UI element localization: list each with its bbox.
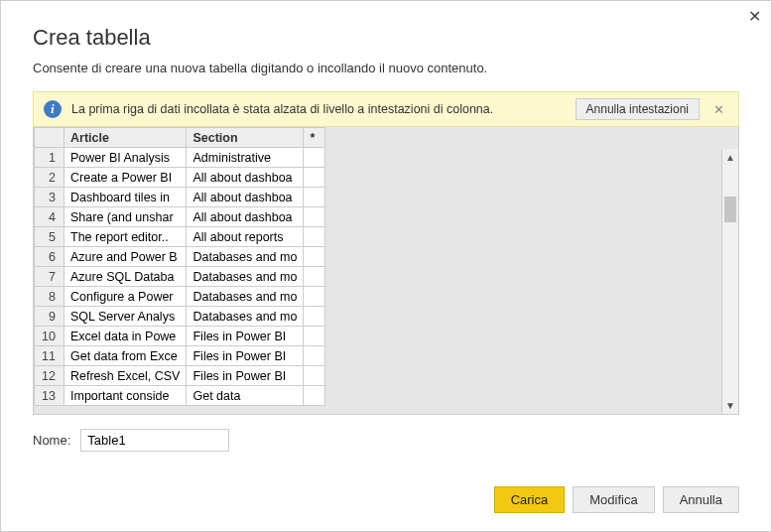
load-button[interactable]: Carica	[494, 486, 566, 513]
row-number: 6	[35, 247, 64, 267]
dialog-title: Crea tabella	[33, 25, 739, 51]
cell-section[interactable]: Databases and mo	[187, 267, 304, 287]
table-row[interactable]: 12Refresh Excel, CSVFiles in Power BI	[35, 366, 325, 386]
table-row[interactable]: 8Configure a PowerDatabases and mo	[35, 287, 325, 307]
cell-section[interactable]: Files in Power BI	[187, 327, 304, 346]
table-row[interactable]: 7Azure SQL DatabaDatabases and mo	[35, 267, 325, 287]
table-row[interactable]: 10Excel data in PoweFiles in Power BI	[35, 327, 325, 346]
cell-empty[interactable]	[304, 287, 325, 307]
cell-article[interactable]: Azure SQL Databa	[64, 267, 187, 287]
table-row[interactable]: 1Power BI AnalysisAdministrative	[35, 148, 325, 168]
table-row[interactable]: 11Get data from ExceFiles in Power BI	[35, 346, 325, 366]
scroll-up-icon[interactable]: ▲	[722, 149, 738, 166]
cell-section[interactable]: Databases and mo	[187, 247, 304, 267]
row-number: 11	[35, 346, 64, 366]
cell-section[interactable]: All about dashboa	[187, 207, 304, 227]
cell-empty[interactable]	[304, 366, 325, 386]
table-row[interactable]: 3Dashboard tiles inAll about dashboa	[35, 188, 325, 207]
row-number-header	[35, 128, 64, 148]
table-row[interactable]: 6Azure and Power BDatabases and mo	[35, 247, 325, 267]
row-number: 2	[35, 168, 64, 188]
cell-section[interactable]: Files in Power BI	[187, 346, 304, 366]
cell-empty[interactable]	[304, 247, 325, 267]
cell-section[interactable]: Get data	[187, 386, 304, 406]
header-row: Article Section *	[35, 128, 325, 148]
row-number: 8	[35, 287, 64, 307]
cell-article[interactable]: The report editor..	[64, 227, 187, 247]
table-row[interactable]: 13Important consideGet data	[35, 386, 325, 406]
row-number: 9	[35, 307, 64, 327]
cell-section[interactable]: Administrative	[187, 148, 304, 168]
cell-article[interactable]: SQL Server Analys	[64, 307, 187, 327]
cell-section[interactable]: All about dashboa	[187, 168, 304, 188]
row-number: 1	[35, 148, 64, 168]
row-number: 13	[35, 386, 64, 406]
row-number: 5	[35, 227, 64, 247]
cell-article[interactable]: Configure a Power	[64, 287, 187, 307]
cell-empty[interactable]	[304, 207, 325, 227]
row-number: 3	[35, 188, 64, 207]
cell-article[interactable]: Dashboard tiles in	[64, 188, 187, 207]
row-number: 4	[35, 207, 64, 227]
info-icon: i	[44, 100, 62, 118]
table-name-input[interactable]	[80, 429, 229, 452]
cell-section[interactable]: Databases and mo	[187, 307, 304, 327]
table-row[interactable]: 5The report editor..All about reports	[35, 227, 325, 247]
vertical-scrollbar[interactable]: ▲ ▼	[721, 149, 738, 414]
cell-empty[interactable]	[304, 168, 325, 188]
column-header-star[interactable]: *	[304, 128, 325, 148]
undo-headers-button[interactable]: Annulla intestazioni	[576, 98, 700, 120]
banner-text: La prima riga di dati incollata è stata …	[71, 102, 566, 116]
cell-empty[interactable]	[304, 307, 325, 327]
row-number: 12	[35, 366, 64, 386]
close-icon[interactable]: ✕	[748, 7, 761, 26]
column-header-section[interactable]: Section	[187, 128, 304, 148]
edit-button[interactable]: Modifica	[573, 486, 654, 513]
scroll-down-icon[interactable]: ▼	[722, 397, 738, 414]
cell-empty[interactable]	[304, 386, 325, 406]
cell-article[interactable]: Create a Power BI	[64, 168, 187, 188]
info-banner: i La prima riga di dati incollata è stat…	[33, 91, 739, 127]
name-label: Nome:	[33, 433, 70, 448]
cancel-button[interactable]: Annulla	[663, 486, 739, 513]
cell-article[interactable]: Important conside	[64, 386, 187, 406]
cell-section[interactable]: All about dashboa	[187, 188, 304, 207]
row-number: 10	[35, 327, 64, 346]
cell-empty[interactable]	[304, 267, 325, 287]
cell-article[interactable]: Refresh Excel, CSV	[64, 366, 187, 386]
cell-article[interactable]: Azure and Power B	[64, 247, 187, 267]
banner-close-icon[interactable]: ✕	[709, 102, 728, 117]
column-header-article[interactable]: Article	[64, 128, 187, 148]
data-grid[interactable]: Article Section * 1Power BI AnalysisAdmi…	[33, 127, 739, 415]
table-row[interactable]: 4Share (and unsharAll about dashboa	[35, 207, 325, 227]
cell-article[interactable]: Get data from Exce	[64, 346, 187, 366]
cell-empty[interactable]	[304, 227, 325, 247]
cell-section[interactable]: All about reports	[187, 227, 304, 247]
cell-empty[interactable]	[304, 188, 325, 207]
cell-article[interactable]: Excel data in Powe	[64, 327, 187, 346]
cell-section[interactable]: Databases and mo	[187, 287, 304, 307]
cell-article[interactable]: Share (and unshar	[64, 207, 187, 227]
scroll-thumb[interactable]	[724, 197, 736, 222]
cell-article[interactable]: Power BI Analysis	[64, 148, 187, 168]
table-row[interactable]: 2Create a Power BIAll about dashboa	[35, 168, 325, 188]
cell-section[interactable]: Files in Power BI	[187, 366, 304, 386]
table-row[interactable]: 9SQL Server AnalysDatabases and mo	[35, 307, 325, 327]
cell-empty[interactable]	[304, 148, 325, 168]
dialog-subtitle: Consente di creare una nuova tabella dig…	[33, 61, 739, 75]
cell-empty[interactable]	[304, 346, 325, 366]
row-number: 7	[35, 267, 64, 287]
cell-empty[interactable]	[304, 327, 325, 346]
